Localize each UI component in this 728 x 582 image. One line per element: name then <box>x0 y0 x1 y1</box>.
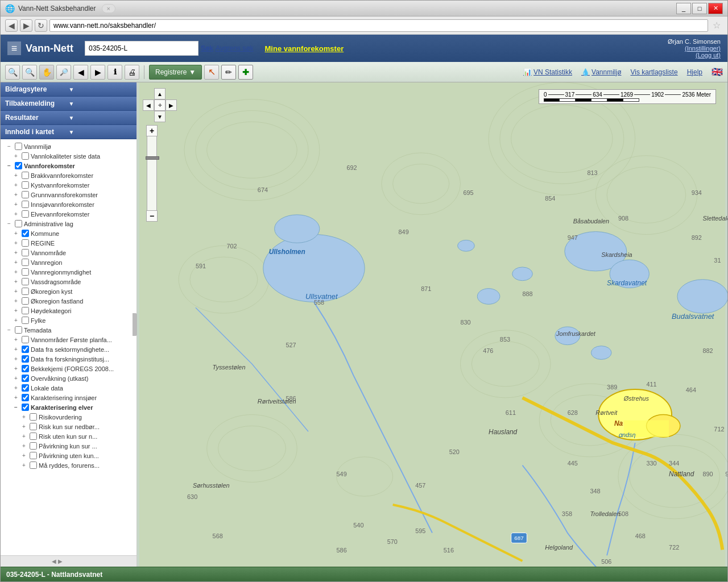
search-button[interactable]: Søk <box>201 44 213 52</box>
zoom-handle[interactable] <box>146 156 159 160</box>
expand-innsjo[interactable]: + <box>12 201 20 207</box>
user-settings-link[interactable]: (Innstillinger) <box>668 45 721 52</box>
expand-lokale-data[interactable]: + <box>12 385 20 391</box>
sidebar-resize-handle[interactable] <box>133 313 137 336</box>
user-logout-link[interactable]: (Logg ut) <box>668 52 721 59</box>
tree-item-ma-ryddes[interactable]: + Må ryddes, forurens... <box>1 460 136 470</box>
my-waters-link[interactable]: Mine vannforekomster <box>265 44 344 53</box>
zoom-slider[interactable] <box>147 136 157 210</box>
nav-left-button[interactable]: ◀ <box>143 99 154 111</box>
layer-list-link[interactable]: Vis kartlagsliste <box>630 68 677 76</box>
tool-edit[interactable]: ✏ <box>221 65 236 80</box>
vannmiljo-link[interactable]: 💧 Vannmiljø <box>581 68 621 76</box>
address-bar[interactable] <box>49 19 708 32</box>
expand-forskningsinstitusj[interactable]: + <box>12 356 20 362</box>
checkbox-vannomrplanfa[interactable] <box>22 336 29 343</box>
minimize-button[interactable]: _ <box>676 3 691 14</box>
checkbox-kar-innsjo[interactable] <box>22 394 29 401</box>
expand-vannlokaliteter[interactable]: + <box>12 153 20 159</box>
checkbox-pavir-uten[interactable] <box>30 452 37 459</box>
checkbox-admin-lag[interactable] <box>15 220 22 227</box>
tree-item-vannregionmyndighet[interactable]: + Vannregionmyndighet <box>1 267 136 277</box>
sidebar-section-bidragsytere[interactable]: Bidragsytere ▼ <box>1 82 136 97</box>
vn-statistics-link[interactable]: 📊 VN Statistikk <box>523 68 572 76</box>
expand-elve[interactable]: + <box>12 211 20 217</box>
checkbox-risk-sur[interactable] <box>30 423 37 430</box>
nav-right-button[interactable]: ▶ <box>166 99 177 111</box>
expand-grunnvatn[interactable]: + <box>12 192 20 198</box>
tree-item-risikovurdering[interactable]: + Risikovurdering <box>1 412 136 422</box>
tree-item-vannforekomster[interactable]: − Vannforekomster <box>1 161 136 171</box>
expand-fylke[interactable]: + <box>12 317 20 323</box>
sidebar-section-tilbakemelding[interactable]: Tilbakemelding ▼ <box>1 97 136 111</box>
checkbox-grunnvatn[interactable] <box>22 191 29 198</box>
checkbox-vannmiljo[interactable] <box>15 143 22 150</box>
nav-up-button[interactable]: ▲ <box>154 88 166 99</box>
back-button[interactable]: ◀ <box>5 19 18 32</box>
expand-vassdrag[interactable]: + <box>12 278 20 285</box>
tool-info[interactable]: ℹ <box>107 65 122 80</box>
tree-item-forskningsinstitusj[interactable]: + Data fra forskningsinstitusj... <box>1 354 136 364</box>
tree-item-vannomrade[interactable]: + Vannområde <box>1 248 136 257</box>
expand-okoregion-fastland[interactable]: + <box>12 298 20 304</box>
expand-temadata[interactable]: − <box>5 327 13 333</box>
checkbox-elve[interactable] <box>22 210 29 218</box>
tree-item-vannlokaliteter[interactable]: + Vannlokaliteter siste data <box>1 151 136 161</box>
checkbox-okoregion-kyst[interactable] <box>22 288 29 295</box>
tool-back[interactable]: ◀ <box>73 65 88 80</box>
nav-center-button[interactable]: ✛ <box>154 99 166 111</box>
zoom-in-button[interactable]: + <box>146 125 158 136</box>
expand-kystvatn[interactable]: + <box>12 182 20 188</box>
expand-sektormyndighete[interactable]: + <box>12 346 20 352</box>
expand-risk-sur[interactable]: + <box>20 423 28 430</box>
tree-item-vassdrag[interactable]: + Vassdragsområde <box>1 277 136 286</box>
expand-hoydekategori[interactable]: + <box>12 307 20 314</box>
checkbox-okoregion-fastland[interactable] <box>22 297 29 305</box>
tree-item-hoydekategori[interactable]: + Høydekategori <box>1 306 136 315</box>
checkbox-vassdrag[interactable] <box>22 278 29 285</box>
tool-pan[interactable]: ✋ <box>39 65 54 80</box>
tree-item-innsjo[interactable]: + Innsjøvannforekomster <box>1 199 136 209</box>
tool-add[interactable]: ✚ <box>238 65 253 80</box>
checkbox-fylke[interactable] <box>22 317 29 324</box>
expand-vannomrplanfa[interactable]: + <box>12 336 20 343</box>
expand-kar-elver[interactable]: − <box>12 404 20 410</box>
tool-cursor[interactable]: ↖ <box>204 65 219 80</box>
checkbox-pavir-sur[interactable] <box>30 442 37 450</box>
register-button[interactable]: Registrere ▼ <box>149 65 202 80</box>
expand-vannomrade[interactable]: + <box>12 250 20 256</box>
tree-item-temadata[interactable]: − Temadata <box>1 325 136 335</box>
checkbox-risk-uten-sur[interactable] <box>30 433 37 440</box>
maximize-button[interactable]: □ <box>692 3 707 14</box>
tool-identify[interactable]: 🔎 <box>56 65 71 80</box>
refresh-button[interactable]: ↻ <box>35 19 47 32</box>
expand-vannregion[interactable]: + <box>12 259 20 265</box>
tree-item-kar-elver[interactable]: − Karakterisering elver <box>1 402 136 412</box>
checkbox-brakkvatn[interactable] <box>22 172 29 179</box>
tree-item-vannregion[interactable]: + Vannregion <box>1 257 136 267</box>
tree-item-bekkekjemi[interactable]: + Bekkekjemi (FOREGS 2008... <box>1 364 136 373</box>
forward-button[interactable]: ▶ <box>20 19 32 32</box>
checkbox-vannregion[interactable] <box>22 259 29 266</box>
tree-item-elve[interactable]: + Elvevannforekomster <box>1 209 136 219</box>
tree-item-admin-lag[interactable]: − Administrative lag <box>1 219 136 228</box>
tree-item-fylke[interactable]: + Fylke <box>1 315 136 325</box>
tab-close[interactable]: × <box>102 4 115 13</box>
checkbox-overvaking[interactable] <box>22 375 29 382</box>
tree-item-sektormyndighete[interactable]: + Data fra sektormyndighete... <box>1 344 136 354</box>
checkbox-innsjo[interactable] <box>22 201 29 208</box>
tree-item-okoregion-kyst[interactable]: + Økoregion kyst <box>1 286 136 296</box>
expand-risikovurdering[interactable]: + <box>20 414 28 420</box>
expand-vannregionmyndighet[interactable]: + <box>12 269 20 275</box>
tree-item-kar-innsjo[interactable]: + Karakterisering innsjøer <box>1 393 136 402</box>
tree-item-overvaking[interactable]: + Overvåkning (utkast) <box>1 373 136 383</box>
checkbox-vannregionmyndighet[interactable] <box>22 268 29 276</box>
checkbox-ma-ryddes[interactable] <box>30 462 37 469</box>
tree-item-risk-uten-sur[interactable]: + Risk uten kun sur n... <box>1 431 136 441</box>
tree-item-pavir-uten[interactable]: + Påvirkning uten kun... <box>1 451 136 460</box>
expand-kar-innsjo[interactable]: + <box>12 394 20 401</box>
checkbox-kar-elver[interactable] <box>22 404 29 411</box>
tree-item-pavir-sur[interactable]: + Påvirkning kun sur ... <box>1 441 136 451</box>
checkbox-temadata[interactable] <box>15 326 22 334</box>
expand-pavir-uten[interactable]: + <box>20 452 28 459</box>
